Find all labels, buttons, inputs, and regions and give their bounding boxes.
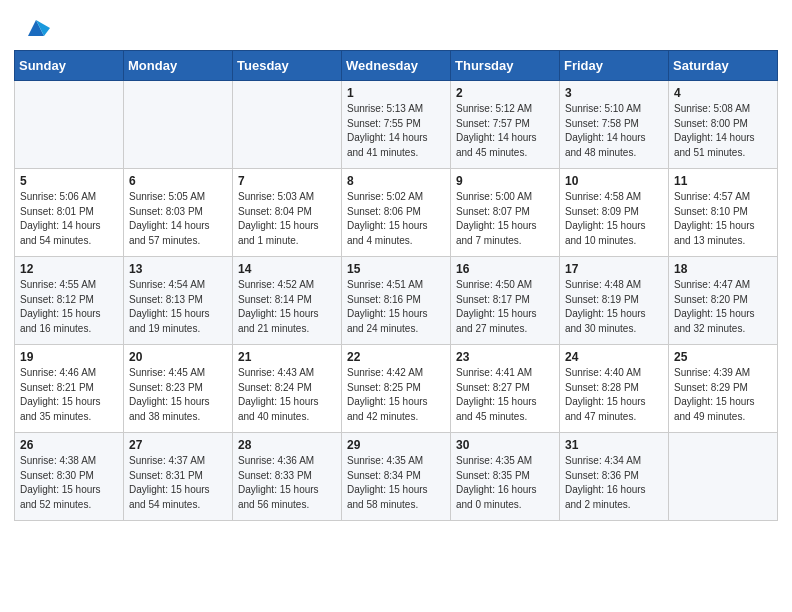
- day-cell: 6Sunrise: 5:05 AMSunset: 8:03 PMDaylight…: [124, 169, 233, 257]
- day-cell: 26Sunrise: 4:38 AMSunset: 8:30 PMDayligh…: [15, 433, 124, 521]
- day-cell: 30Sunrise: 4:35 AMSunset: 8:35 PMDayligh…: [451, 433, 560, 521]
- day-cell: 20Sunrise: 4:45 AMSunset: 8:23 PMDayligh…: [124, 345, 233, 433]
- day-number: 26: [20, 438, 118, 452]
- day-cell: 3Sunrise: 5:10 AMSunset: 7:58 PMDaylight…: [560, 81, 669, 169]
- page-container: SundayMondayTuesdayWednesdayThursdayFrid…: [0, 0, 792, 535]
- day-detail: Sunrise: 4:52 AMSunset: 8:14 PMDaylight:…: [238, 278, 336, 336]
- weekday-header-thursday: Thursday: [451, 51, 560, 81]
- weekday-header-sunday: Sunday: [15, 51, 124, 81]
- calendar-table: SundayMondayTuesdayWednesdayThursdayFrid…: [14, 50, 778, 521]
- day-cell: 18Sunrise: 4:47 AMSunset: 8:20 PMDayligh…: [669, 257, 778, 345]
- day-cell: 10Sunrise: 4:58 AMSunset: 8:09 PMDayligh…: [560, 169, 669, 257]
- day-number: 9: [456, 174, 554, 188]
- day-detail: Sunrise: 4:50 AMSunset: 8:17 PMDaylight:…: [456, 278, 554, 336]
- day-number: 17: [565, 262, 663, 276]
- calendar-wrapper: SundayMondayTuesdayWednesdayThursdayFrid…: [0, 50, 792, 535]
- day-number: 23: [456, 350, 554, 364]
- day-cell: 19Sunrise: 4:46 AMSunset: 8:21 PMDayligh…: [15, 345, 124, 433]
- day-detail: Sunrise: 4:47 AMSunset: 8:20 PMDaylight:…: [674, 278, 772, 336]
- day-cell: 22Sunrise: 4:42 AMSunset: 8:25 PMDayligh…: [342, 345, 451, 433]
- day-number: 29: [347, 438, 445, 452]
- day-number: 28: [238, 438, 336, 452]
- day-detail: Sunrise: 4:45 AMSunset: 8:23 PMDaylight:…: [129, 366, 227, 424]
- day-detail: Sunrise: 4:55 AMSunset: 8:12 PMDaylight:…: [20, 278, 118, 336]
- day-number: 6: [129, 174, 227, 188]
- day-number: 24: [565, 350, 663, 364]
- day-number: 27: [129, 438, 227, 452]
- day-detail: Sunrise: 4:48 AMSunset: 8:19 PMDaylight:…: [565, 278, 663, 336]
- day-cell: 4Sunrise: 5:08 AMSunset: 8:00 PMDaylight…: [669, 81, 778, 169]
- week-row-1: 1Sunrise: 5:13 AMSunset: 7:55 PMDaylight…: [15, 81, 778, 169]
- day-detail: Sunrise: 4:51 AMSunset: 8:16 PMDaylight:…: [347, 278, 445, 336]
- day-number: 5: [20, 174, 118, 188]
- day-detail: Sunrise: 4:42 AMSunset: 8:25 PMDaylight:…: [347, 366, 445, 424]
- day-number: 15: [347, 262, 445, 276]
- day-cell: 17Sunrise: 4:48 AMSunset: 8:19 PMDayligh…: [560, 257, 669, 345]
- day-cell: 15Sunrise: 4:51 AMSunset: 8:16 PMDayligh…: [342, 257, 451, 345]
- day-cell: 25Sunrise: 4:39 AMSunset: 8:29 PMDayligh…: [669, 345, 778, 433]
- week-row-2: 5Sunrise: 5:06 AMSunset: 8:01 PMDaylight…: [15, 169, 778, 257]
- day-cell: 5Sunrise: 5:06 AMSunset: 8:01 PMDaylight…: [15, 169, 124, 257]
- day-detail: Sunrise: 4:36 AMSunset: 8:33 PMDaylight:…: [238, 454, 336, 512]
- day-number: 19: [20, 350, 118, 364]
- day-number: 8: [347, 174, 445, 188]
- day-cell: 8Sunrise: 5:02 AMSunset: 8:06 PMDaylight…: [342, 169, 451, 257]
- day-number: 30: [456, 438, 554, 452]
- day-detail: Sunrise: 4:39 AMSunset: 8:29 PMDaylight:…: [674, 366, 772, 424]
- day-cell: 31Sunrise: 4:34 AMSunset: 8:36 PMDayligh…: [560, 433, 669, 521]
- weekday-header-monday: Monday: [124, 51, 233, 81]
- day-cell: 13Sunrise: 4:54 AMSunset: 8:13 PMDayligh…: [124, 257, 233, 345]
- day-number: 13: [129, 262, 227, 276]
- day-detail: Sunrise: 4:43 AMSunset: 8:24 PMDaylight:…: [238, 366, 336, 424]
- day-cell: [15, 81, 124, 169]
- day-detail: Sunrise: 5:06 AMSunset: 8:01 PMDaylight:…: [20, 190, 118, 248]
- weekday-row: SundayMondayTuesdayWednesdayThursdayFrid…: [15, 51, 778, 81]
- day-cell: 29Sunrise: 4:35 AMSunset: 8:34 PMDayligh…: [342, 433, 451, 521]
- day-number: 18: [674, 262, 772, 276]
- day-detail: Sunrise: 5:03 AMSunset: 8:04 PMDaylight:…: [238, 190, 336, 248]
- day-number: 22: [347, 350, 445, 364]
- day-number: 2: [456, 86, 554, 100]
- day-detail: Sunrise: 4:58 AMSunset: 8:09 PMDaylight:…: [565, 190, 663, 248]
- day-detail: Sunrise: 5:12 AMSunset: 7:57 PMDaylight:…: [456, 102, 554, 160]
- week-row-3: 12Sunrise: 4:55 AMSunset: 8:12 PMDayligh…: [15, 257, 778, 345]
- day-detail: Sunrise: 4:46 AMSunset: 8:21 PMDaylight:…: [20, 366, 118, 424]
- day-number: 10: [565, 174, 663, 188]
- day-cell: 11Sunrise: 4:57 AMSunset: 8:10 PMDayligh…: [669, 169, 778, 257]
- week-row-4: 19Sunrise: 4:46 AMSunset: 8:21 PMDayligh…: [15, 345, 778, 433]
- day-detail: Sunrise: 4:40 AMSunset: 8:28 PMDaylight:…: [565, 366, 663, 424]
- day-detail: Sunrise: 4:41 AMSunset: 8:27 PMDaylight:…: [456, 366, 554, 424]
- weekday-header-saturday: Saturday: [669, 51, 778, 81]
- day-cell: 27Sunrise: 4:37 AMSunset: 8:31 PMDayligh…: [124, 433, 233, 521]
- day-number: 20: [129, 350, 227, 364]
- logo: [20, 14, 50, 42]
- day-detail: Sunrise: 5:02 AMSunset: 8:06 PMDaylight:…: [347, 190, 445, 248]
- day-number: 31: [565, 438, 663, 452]
- day-cell: 2Sunrise: 5:12 AMSunset: 7:57 PMDaylight…: [451, 81, 560, 169]
- day-cell: 23Sunrise: 4:41 AMSunset: 8:27 PMDayligh…: [451, 345, 560, 433]
- day-number: 1: [347, 86, 445, 100]
- day-number: 3: [565, 86, 663, 100]
- day-detail: Sunrise: 5:10 AMSunset: 7:58 PMDaylight:…: [565, 102, 663, 160]
- day-cell: 28Sunrise: 4:36 AMSunset: 8:33 PMDayligh…: [233, 433, 342, 521]
- day-detail: Sunrise: 5:08 AMSunset: 8:00 PMDaylight:…: [674, 102, 772, 160]
- day-detail: Sunrise: 4:54 AMSunset: 8:13 PMDaylight:…: [129, 278, 227, 336]
- day-cell: 7Sunrise: 5:03 AMSunset: 8:04 PMDaylight…: [233, 169, 342, 257]
- day-cell: 9Sunrise: 5:00 AMSunset: 8:07 PMDaylight…: [451, 169, 560, 257]
- day-detail: Sunrise: 4:37 AMSunset: 8:31 PMDaylight:…: [129, 454, 227, 512]
- logo-icon: [22, 14, 50, 42]
- weekday-header-friday: Friday: [560, 51, 669, 81]
- day-cell: 14Sunrise: 4:52 AMSunset: 8:14 PMDayligh…: [233, 257, 342, 345]
- week-row-5: 26Sunrise: 4:38 AMSunset: 8:30 PMDayligh…: [15, 433, 778, 521]
- weekday-header-tuesday: Tuesday: [233, 51, 342, 81]
- day-detail: Sunrise: 5:00 AMSunset: 8:07 PMDaylight:…: [456, 190, 554, 248]
- day-number: 7: [238, 174, 336, 188]
- day-number: 12: [20, 262, 118, 276]
- calendar-header: SundayMondayTuesdayWednesdayThursdayFrid…: [15, 51, 778, 81]
- day-cell: [233, 81, 342, 169]
- calendar-body: 1Sunrise: 5:13 AMSunset: 7:55 PMDaylight…: [15, 81, 778, 521]
- day-detail: Sunrise: 4:34 AMSunset: 8:36 PMDaylight:…: [565, 454, 663, 512]
- day-detail: Sunrise: 5:13 AMSunset: 7:55 PMDaylight:…: [347, 102, 445, 160]
- header: [0, 0, 792, 50]
- day-number: 21: [238, 350, 336, 364]
